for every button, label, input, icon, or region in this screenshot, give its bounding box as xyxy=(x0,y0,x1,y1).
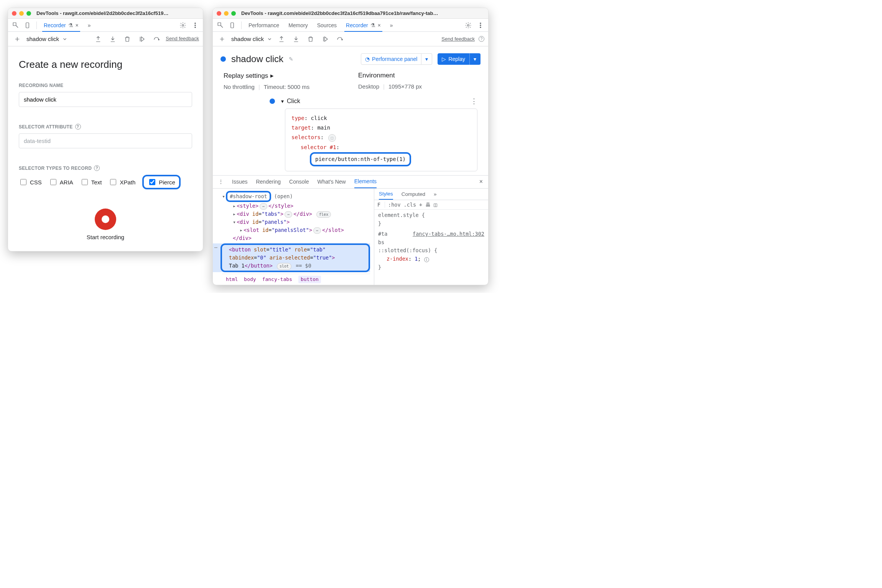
more-tabs[interactable]: » xyxy=(84,19,95,32)
close-drawer-icon[interactable]: × xyxy=(479,178,483,185)
close-window-icon[interactable] xyxy=(217,11,221,16)
env-device: Desktop xyxy=(358,83,379,90)
new-style-icon[interactable]: + xyxy=(419,202,422,208)
help-icon[interactable]: ? xyxy=(75,124,81,130)
tab-recorder[interactable]: Recorder⚗× xyxy=(342,19,385,32)
flask-icon: ⚗ xyxy=(68,22,73,28)
selector-attribute-label: SELECTOR ATTRIBUTE ? xyxy=(19,124,192,130)
selector-attribute-input[interactable] xyxy=(19,133,192,148)
caret-right-icon: ▸ xyxy=(270,72,274,80)
checkbox-css[interactable]: CSS xyxy=(19,178,42,186)
recording-dropdown[interactable]: shadow click xyxy=(26,36,67,42)
play-step-icon[interactable] xyxy=(320,34,331,44)
recorder-toolbar: shadow click Send feedback ? xyxy=(213,32,488,46)
help-icon[interactable]: ? xyxy=(94,165,100,171)
elements-breadcrumb[interactable]: html body fancy-tabs button xyxy=(222,274,370,285)
panel-tabstrip: Recorder ⚗ × » xyxy=(8,19,203,32)
flex-badge[interactable]: flex xyxy=(316,211,331,218)
performance-panel-button[interactable]: ◔ Performance panel xyxy=(361,53,421,65)
svg-point-2 xyxy=(195,23,196,23)
close-window-icon[interactable] xyxy=(12,11,16,16)
minimize-window-icon[interactable] xyxy=(19,11,24,16)
checkbox-pierce[interactable]: Pierce xyxy=(148,178,175,186)
new-recording-icon[interactable] xyxy=(217,34,227,44)
tab-performance[interactable]: Performance xyxy=(245,19,283,32)
env-viewport: 1095×778 px xyxy=(388,83,422,90)
styles-rules[interactable]: element.style { } #tafancy-tabs-…mo.html… xyxy=(374,210,488,273)
recording-name-input[interactable] xyxy=(19,92,192,107)
send-feedback-link[interactable]: Send feedback xyxy=(166,36,199,41)
tab-rendering[interactable]: Rendering xyxy=(256,179,281,185)
minimize-window-icon[interactable] xyxy=(224,11,229,16)
delete-icon[interactable] xyxy=(122,34,133,44)
inspect-badge-icon[interactable]: ⬚ xyxy=(328,134,336,142)
send-feedback-link[interactable]: Send feedback xyxy=(441,36,475,42)
more-tabs[interactable]: » xyxy=(386,19,397,32)
tab-computed[interactable]: Computed xyxy=(402,191,425,197)
play-step-icon[interactable] xyxy=(137,34,147,44)
device-toolbar-icon[interactable] xyxy=(227,20,238,31)
inspect-icon[interactable] xyxy=(10,20,21,31)
print-icon[interactable]: 🖶 xyxy=(425,202,431,208)
close-tab-icon[interactable]: × xyxy=(378,22,381,28)
panel-layout-icon[interactable]: ◫ xyxy=(434,202,437,208)
source-link[interactable]: fancy-tabs-…mo.html:302 xyxy=(413,230,484,238)
filter-input[interactable]: F xyxy=(377,202,385,208)
checkbox-aria[interactable]: ARIA xyxy=(49,178,73,186)
info-icon[interactable]: i xyxy=(424,257,429,262)
recording-header: shadow click ✎ ◔ Performance panel ▾ ▷ R… xyxy=(213,46,488,72)
svg-rect-6 xyxy=(231,23,234,28)
kebab-menu-icon[interactable] xyxy=(475,20,486,31)
import-icon[interactable] xyxy=(291,34,301,44)
export-icon[interactable] xyxy=(276,34,287,44)
svg-point-4 xyxy=(195,27,196,28)
more-tabs[interactable]: » xyxy=(434,191,437,197)
kebab-menu-icon[interactable]: ⋮ xyxy=(218,179,224,185)
step-menu-icon[interactable]: ⋮ xyxy=(471,97,477,105)
tab-memory[interactable]: Memory xyxy=(285,19,312,32)
window-title: DevTools - rawgit.com/ebidel/2d2bb0cdec3… xyxy=(36,10,199,16)
zoom-window-icon[interactable] xyxy=(26,11,31,16)
step-header[interactable]: ▾ Click ⋮ xyxy=(270,97,477,105)
hov-toggle[interactable]: :hov xyxy=(388,202,401,208)
help-icon[interactable]: ? xyxy=(479,36,484,42)
tab-styles[interactable]: Styles xyxy=(379,188,393,200)
slot-badge[interactable]: slot xyxy=(277,263,291,270)
checkbox-text[interactable]: Text xyxy=(80,178,102,186)
tab-console[interactable]: Console xyxy=(289,179,309,185)
device-toolbar-icon[interactable] xyxy=(23,20,33,31)
drawer-body: ▾#shadow-root (open) ▸<style>⋯</style> ▸… xyxy=(213,189,488,285)
replay-button[interactable]: ▷ Replay xyxy=(438,53,469,65)
replay-dropdown[interactable]: ▾ xyxy=(469,53,480,65)
recording-dropdown[interactable]: shadow click xyxy=(231,36,272,42)
delete-icon[interactable] xyxy=(305,34,316,44)
step-over-icon[interactable] xyxy=(151,34,162,44)
inspect-icon[interactable] xyxy=(215,20,226,31)
edit-icon[interactable]: ✎ xyxy=(289,56,293,62)
recording-name-label: RECORDING NAME xyxy=(19,83,192,88)
styles-tabstrip: Styles Computed » xyxy=(374,189,488,200)
cls-toggle[interactable]: .cls xyxy=(404,202,416,208)
export-icon[interactable] xyxy=(93,34,104,44)
zoom-window-icon[interactable] xyxy=(231,11,236,16)
performance-panel-dropdown[interactable]: ▾ xyxy=(421,53,432,65)
tab-issues[interactable]: Issues xyxy=(232,179,247,185)
tab-whats-new[interactable]: What's New xyxy=(317,179,346,185)
tab-elements[interactable]: Elements xyxy=(354,175,377,188)
close-tab-icon[interactable]: × xyxy=(76,22,79,28)
recording-title: shadow click xyxy=(231,54,283,64)
tab-sources[interactable]: Sources xyxy=(313,19,341,32)
settings-gear-icon[interactable] xyxy=(463,20,474,31)
record-button[interactable] xyxy=(95,209,116,230)
replay-settings-toggle[interactable]: Replay settings▸ xyxy=(224,72,343,80)
selector-types-row: CSS ARIA Text XPath Pierce xyxy=(19,175,192,189)
kebab-menu-icon[interactable] xyxy=(190,20,201,31)
timeout-value: Timeout: 5000 ms xyxy=(264,84,310,90)
new-recording-icon[interactable] xyxy=(12,34,23,44)
import-icon[interactable] xyxy=(107,34,118,44)
step-over-icon[interactable] xyxy=(334,34,345,44)
settings-gear-icon[interactable] xyxy=(178,20,188,31)
checkbox-xpath[interactable]: XPath xyxy=(109,178,135,186)
dom-tree[interactable]: ▾#shadow-root (open) ▸<style>⋯</style> ▸… xyxy=(213,189,374,285)
tab-recorder[interactable]: Recorder ⚗ × xyxy=(40,19,82,32)
